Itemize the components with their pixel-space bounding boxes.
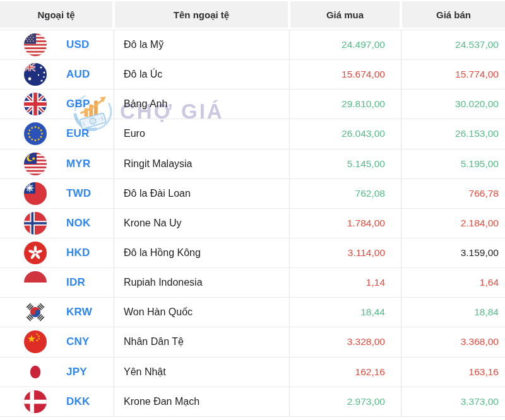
currency-cell[interactable]: AUD	[0, 60, 114, 90]
hkd-flag-icon	[24, 242, 47, 264]
currency-code-link[interactable]: KRW	[66, 306, 92, 318]
currency-cell[interactable]: DKK	[0, 387, 114, 417]
sell-price: 30.020,00	[401, 90, 505, 119]
sell-price: 2.184,00	[401, 209, 505, 238]
usd-flag-icon	[24, 33, 47, 56]
buy-price: 26.043,00	[289, 119, 401, 149]
currency-code-link[interactable]: DKK	[66, 395, 90, 408]
sell-price: 5.195,00	[401, 149, 505, 179]
sell-price: 766,78	[401, 179, 505, 209]
currency-code-link[interactable]: HKD	[66, 247, 90, 259]
currency-cell[interactable]: EUR	[0, 119, 114, 149]
currency-cell[interactable]: MYR	[0, 149, 114, 179]
jpy-flag-icon	[24, 361, 47, 383]
buy-price: 5.145,00	[289, 149, 401, 179]
currency-name: Krone Đan Mạch	[114, 387, 289, 417]
header-buy-price: Giá mua	[290, 1, 400, 28]
nok-flag-icon	[24, 212, 47, 235]
sell-price: 18,84	[401, 298, 505, 327]
header-currency: Ngoại tệ	[0, 1, 112, 28]
currency-code-link[interactable]: GBP	[66, 98, 90, 110]
sell-price: 3.368,00	[401, 327, 505, 357]
currency-code-link[interactable]: IDR	[66, 276, 85, 289]
gbp-flag-icon	[24, 93, 47, 115]
sell-price: 15.774,00	[401, 60, 505, 90]
buy-price: 29.810,00	[289, 90, 401, 119]
currency-cell[interactable]: GBP	[0, 90, 114, 119]
currency-code-link[interactable]: TWD	[66, 187, 91, 200]
currency-name: Krone Na Uy	[114, 209, 289, 238]
currency-code-link[interactable]: MYR	[66, 158, 90, 170]
currency-cell[interactable]: IDR	[0, 268, 114, 298]
buy-price: 3.114,00	[289, 238, 401, 268]
currency-name: Yên Nhật	[114, 358, 289, 387]
buy-price: 18,44	[289, 298, 401, 327]
table-header: Ngoại tệ Tên ngoại tệ Giá mua Giá bán	[0, 0, 505, 28]
sell-price: 3.159,00	[401, 238, 505, 268]
currency-code-link[interactable]: CNY	[66, 335, 90, 348]
eur-flag-icon	[24, 122, 47, 145]
currency-cell[interactable]: USD	[0, 30, 114, 60]
sell-price: 163,16	[401, 358, 505, 387]
buy-price: 15.674,00	[289, 60, 401, 90]
buy-price: 1.784,00	[289, 209, 401, 238]
currency-name: Ringit Malaysia	[114, 149, 289, 179]
buy-price: 762,08	[289, 179, 401, 209]
buy-price: 24.497,00	[289, 30, 401, 60]
buy-price: 3.328,00	[289, 327, 401, 357]
currency-code-link[interactable]: NOK	[66, 217, 90, 230]
buy-price: 2.973,00	[289, 387, 401, 417]
currency-cell[interactable]: CNY	[0, 327, 114, 357]
idr-flag-icon	[24, 271, 47, 294]
buy-price: 162,16	[289, 358, 401, 387]
myr-flag-icon	[24, 153, 47, 175]
currency-code-link[interactable]: EUR	[66, 127, 90, 140]
currency-name: Euro	[114, 119, 289, 149]
cny-flag-icon	[24, 330, 47, 353]
header-currency-name: Tên ngoại tệ	[115, 1, 288, 28]
currency-cell[interactable]: KRW	[0, 298, 114, 327]
currency-name: Đô la Hồng Kông	[114, 238, 289, 268]
currency-cell[interactable]: TWD	[0, 179, 114, 209]
sell-price: 3.373,00	[401, 387, 505, 417]
currency-cell[interactable]: JPY	[0, 358, 114, 387]
currency-name: Rupiah Indonesia	[114, 268, 289, 298]
currency-name: Đô la Đài Loan	[114, 179, 289, 209]
currency-name: Bảng Anh	[114, 90, 289, 119]
currency-cell[interactable]: NOK	[0, 209, 114, 238]
currency-name: Đô la Mỹ	[114, 30, 289, 60]
sell-price: 24.537,00	[401, 30, 505, 60]
sell-price: 1,64	[401, 268, 505, 298]
krw-flag-icon	[24, 301, 47, 324]
sell-price: 26.153,00	[401, 119, 505, 149]
currency-name: Nhân Dân Tệ	[114, 327, 289, 357]
exchange-rate-table: USD Đô la Mỹ 24.497,00 24.537,00 AUD Đô …	[0, 30, 505, 417]
currency-code-link[interactable]: USD	[66, 38, 90, 51]
buy-price: 1,14	[289, 268, 401, 298]
exchange-rate-page: Ngoại tệ Tên ngoại tệ Giá mua Giá bán US…	[0, 0, 505, 420]
header-sell-price: Giá bán	[402, 1, 505, 28]
currency-name: Won Hàn Quốc	[114, 298, 289, 327]
currency-name: Đô la Úc	[114, 60, 289, 90]
aud-flag-icon	[24, 63, 47, 86]
dkk-flag-icon	[24, 390, 47, 413]
currency-code-link[interactable]: AUD	[66, 68, 90, 81]
currency-cell[interactable]: HKD	[0, 238, 114, 268]
currency-code-link[interactable]: JPY	[66, 366, 87, 378]
twd-flag-icon	[24, 182, 47, 205]
